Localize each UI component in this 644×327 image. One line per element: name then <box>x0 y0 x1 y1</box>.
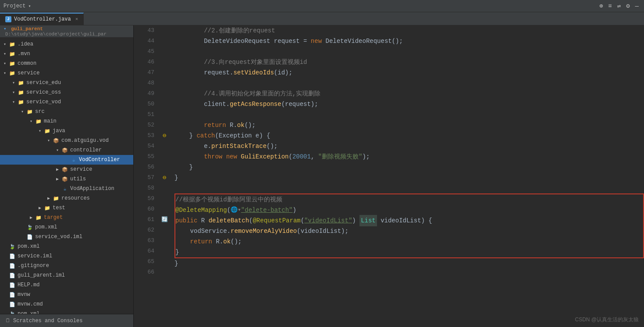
tree-arrow <box>4 244 9 249</box>
tree-label: service <box>18 70 39 76</box>
gutter: ⊖ ⊖ 🔄 <box>158 25 171 327</box>
tree-label: mvnw.cmd <box>18 301 43 307</box>
line-numbers: 43 44 45 46 47 48 49 50 51 52 53 54 55 5… <box>134 25 158 327</box>
tree-arrow: ▾ <box>12 90 18 95</box>
line-num-55: 55 <box>137 151 154 162</box>
tree-item-main[interactable]: ▾ 📁 main <box>0 116 133 126</box>
folder-icon: 📁 <box>18 79 25 86</box>
tab-vodcontroller[interactable]: J VodController.java × <box>0 13 84 25</box>
tree-item-pom2[interactable]: 🍃 pom.xml <box>0 309 133 314</box>
tree-item-guli-iml[interactable]: 📄 guli_parent.iml <box>0 271 133 280</box>
line-num-63: 63 <box>137 236 154 246</box>
tree-arrow: ▾ <box>4 42 9 47</box>
tree-label: pom.xml <box>35 224 57 230</box>
tree-item-java[interactable]: ▾ 📁 java <box>0 126 133 136</box>
tree-item-mvn[interactable]: ▾ 📁 .mvn <box>0 49 133 59</box>
gutter-62 <box>158 225 171 236</box>
tree-item-service-iml[interactable]: 📄 service.iml <box>0 251 133 261</box>
split-icon[interactable]: ⇌ <box>616 1 623 11</box>
tree-item-service-edu[interactable]: ▾ 📁 service_edu <box>0 78 133 88</box>
tree-item-com-atguigu[interactable]: ▾ 📦 com.atguigu.vod <box>0 136 133 145</box>
code-lines[interactable]: //2.创建删除的request DeleteVideoRequest requ… <box>171 25 644 327</box>
tree-label: guli_parent.iml <box>18 272 65 278</box>
tree-label: mvnw <box>18 292 30 298</box>
code-token: DeleteVideoRequest request = <box>174 36 311 46</box>
gutter-58 <box>158 183 171 193</box>
tree-item-target[interactable]: ▶ 📁 target <box>0 213 133 222</box>
code-line-47: request.setVideoIds(id); <box>174 67 644 78</box>
code-token: GuliException <box>241 151 288 162</box>
tree-item-service[interactable]: ▾ 📁 service <box>0 68 133 78</box>
code-token: vodService. <box>175 226 231 236</box>
tree-label: resources <box>61 195 90 201</box>
gutter-48 <box>158 78 171 88</box>
gutter-64 <box>158 246 171 257</box>
code-token: (request); <box>281 99 318 109</box>
tree-item-resources[interactable]: ▶ 📁 resources <box>0 193 133 203</box>
code-line-65: } <box>174 258 644 269</box>
code-token: public <box>175 215 197 226</box>
code-line-56: } <box>174 162 644 172</box>
code-token: 20001 <box>292 151 311 162</box>
tree-item-vodapp[interactable]: ☕ VodApplication <box>0 184 133 193</box>
line-num-65: 65 <box>137 257 154 267</box>
scratches-and-consoles[interactable]: 🗒 Scratches and Consoles <box>5 317 82 324</box>
list-icon[interactable]: ≡ <box>606 2 613 11</box>
tree-item-service-vod[interactable]: ▾ 📁 service_vod <box>0 97 133 107</box>
file-icon: 📄 <box>9 291 16 298</box>
gutter-49 <box>158 88 171 99</box>
tree-item-service-oss[interactable]: ▾ 📁 service_oss <box>0 88 133 97</box>
tree-item-mvnw[interactable]: 📄 mvnw <box>0 290 133 299</box>
code-token: (); <box>267 141 278 151</box>
tree-item-service-vod-iml[interactable]: 📄 service_vod.iml <box>0 232 133 242</box>
tree-item-idea[interactable]: ▾ 📁 .idea <box>0 39 133 49</box>
line-num-62: 62 <box>137 225 154 236</box>
code-content: 43 44 45 46 47 48 49 50 51 52 53 54 55 5… <box>134 25 644 327</box>
tree-arrow: ▾ <box>12 80 18 85</box>
iml-file-icon: 📄 <box>26 233 33 240</box>
tree-item-utils[interactable]: ▶ 📦 utils <box>0 174 133 184</box>
code-line-54: e.printStackTrace(); <box>174 141 644 151</box>
line-num-61: 61 <box>137 214 154 225</box>
tree-item-help-md[interactable]: 📄 HELP.md <box>0 280 133 290</box>
bottom-bar[interactable]: 🗒 Scratches and Consoles <box>0 314 133 327</box>
chevron-down-icon[interactable]: ▾ <box>28 4 31 9</box>
tree-label: service_edu <box>26 80 61 86</box>
tree-item-pom-root[interactable]: 🍃 pom.xml <box>0 242 133 251</box>
line-num-66: 66 <box>137 267 154 278</box>
tree-item-vodcontroller[interactable]: ☕ VodController <box>0 155 133 165</box>
folder-icon: 📁 <box>35 214 42 221</box>
project-label[interactable]: Project <box>4 3 25 9</box>
tree-label: java <box>53 128 65 134</box>
tree-item-service-pkg[interactable]: ▶ 📦 service <box>0 165 133 174</box>
code-token: ( <box>249 215 253 226</box>
tree-item-controller[interactable]: ▾ 📦 controller <box>0 145 133 155</box>
settings-icon[interactable]: ⚙ <box>624 1 631 11</box>
code-line-64: } <box>175 247 643 257</box>
tree-item-gitignore[interactable]: 📄 .gitignore <box>0 261 133 271</box>
tree-item-test[interactable]: ▶ 📁 test <box>0 203 133 213</box>
tree-item-src[interactable]: ▾ 📁 src <box>0 107 133 116</box>
tab-close-button[interactable]: × <box>75 17 78 22</box>
code-token: return <box>190 236 212 247</box>
code-token: //3.向request对象里面设置视频id <box>174 57 307 67</box>
line-num-56: 56 <box>137 162 154 172</box>
xml-file-icon: 🍃 <box>26 224 33 231</box>
tree-item-pom-vod[interactable]: 🍃 pom.xml <box>0 222 133 232</box>
tree-label: utils <box>70 176 86 182</box>
code-token: new <box>226 151 237 162</box>
code-area: 43 44 45 46 47 48 49 50 51 52 53 54 55 5… <box>134 25 644 327</box>
minimize-icon[interactable]: — <box>633 2 640 11</box>
code-line-66 <box>174 269 644 279</box>
code-token: (Exception e) { <box>215 130 270 141</box>
tree-arrow: ▾ <box>56 148 61 153</box>
tree-item-mvnw-cmd[interactable]: 📄 mvnw.cmd <box>0 299 133 309</box>
code-token: (videoIdList); <box>297 226 349 236</box>
gutter-54 <box>158 141 171 151</box>
line-num-45: 45 <box>137 46 154 57</box>
gutter-53: ⊖ <box>158 130 171 141</box>
tree-item-common[interactable]: ▾ 📁 common <box>0 59 133 68</box>
add-icon[interactable]: ⊕ <box>598 1 605 11</box>
code-token: R. <box>226 120 237 130</box>
folder-icon: 📁 <box>9 50 16 57</box>
